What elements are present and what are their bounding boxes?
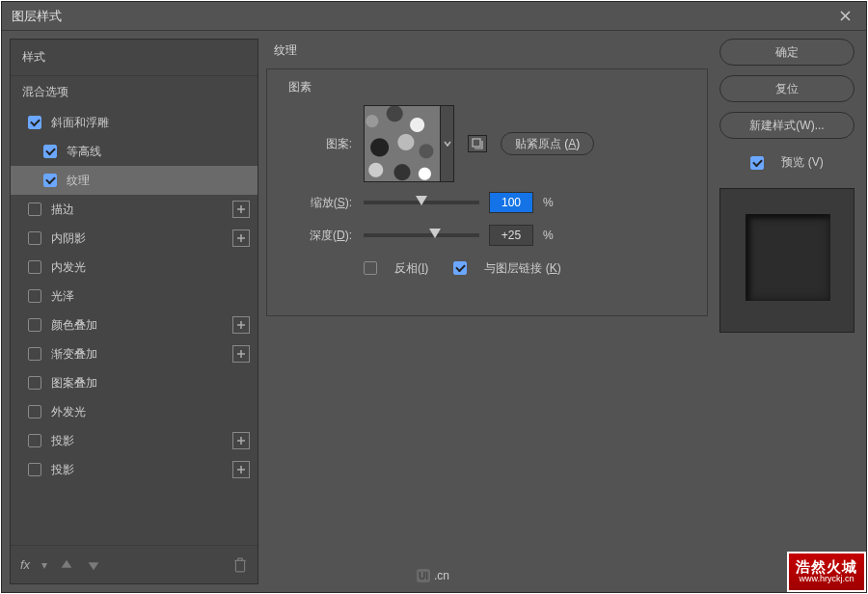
style-item-1[interactable]: 等高线 xyxy=(11,137,258,166)
preview-thumbnail xyxy=(719,188,854,333)
style-item-5[interactable]: 内发光 xyxy=(11,253,258,282)
add-effect-button[interactable] xyxy=(232,345,250,363)
pattern-picker[interactable] xyxy=(364,105,441,182)
add-effect-button[interactable] xyxy=(232,201,250,218)
style-sidebar: 样式 混合选项 斜面和浮雕等高线纹理描边内阴影内发光光泽颜色叠加渐变叠加图案叠加… xyxy=(10,39,258,584)
checkbox-icon[interactable] xyxy=(28,202,41,216)
settings-panel: 纹理 图素 图案: 贴紧原点 (A) 缩放 xyxy=(266,39,708,584)
style-item-6[interactable]: 光泽 xyxy=(11,282,258,310)
checkbox-icon[interactable] xyxy=(43,174,57,187)
style-item-label: 投影 xyxy=(51,433,229,449)
slider-thumb-icon xyxy=(429,229,441,238)
style-item-label: 描边 xyxy=(51,202,229,218)
plus-icon xyxy=(236,233,246,243)
scale-input[interactable]: 100 xyxy=(489,192,533,213)
section-title: 纹理 xyxy=(266,39,708,63)
style-item-7[interactable]: 颜色叠加 xyxy=(11,310,258,339)
checkbox-icon[interactable] xyxy=(28,463,41,476)
checkbox-icon xyxy=(750,156,764,170)
pattern-label: 图案: xyxy=(285,136,352,152)
checkbox-icon[interactable] xyxy=(28,260,41,274)
plus-icon xyxy=(236,204,246,214)
create-pattern-button[interactable] xyxy=(468,135,487,152)
depth-input[interactable]: +25 xyxy=(489,225,533,246)
checkbox-icon[interactable] xyxy=(43,145,57,158)
link-layer-checkbox[interactable]: 与图层链接 (K) xyxy=(453,260,560,277)
checkbox-icon[interactable] xyxy=(28,405,41,418)
checkbox-icon[interactable] xyxy=(28,116,41,129)
style-item-label: 内发光 xyxy=(51,259,250,276)
style-item-label: 光泽 xyxy=(51,288,250,305)
plus-icon xyxy=(236,465,246,474)
style-item-10[interactable]: 外发光 xyxy=(11,397,258,426)
slider-thumb-icon xyxy=(416,196,427,205)
checkbox-icon xyxy=(453,261,467,275)
chevron-down-icon xyxy=(444,140,451,148)
new-pattern-icon xyxy=(472,138,483,149)
styles-header[interactable]: 样式 xyxy=(11,40,258,76)
style-item-label: 图案叠加 xyxy=(51,375,250,392)
blend-options-header[interactable]: 混合选项 xyxy=(11,76,258,108)
style-list: 斜面和浮雕等高线纹理描边内阴影内发光光泽颜色叠加渐变叠加图案叠加外发光投影投影 xyxy=(11,108,258,545)
reset-button[interactable]: 复位 xyxy=(719,75,854,102)
style-item-12[interactable]: 投影 xyxy=(11,455,258,484)
dialog-title: 图层样式 xyxy=(12,8,833,25)
style-item-9[interactable]: 图案叠加 xyxy=(11,368,258,397)
plus-icon xyxy=(236,436,246,446)
depth-label: 深度(D): xyxy=(285,228,352,244)
action-column: 确定 复位 新建样式(W)... 预览 (V) xyxy=(716,39,858,584)
close-icon xyxy=(840,11,851,21)
add-effect-button[interactable] xyxy=(232,230,250,247)
snap-origin-button[interactable]: 贴紧原点 (A) xyxy=(501,132,594,155)
style-item-11[interactable]: 投影 xyxy=(11,426,258,455)
ui-cn-watermark: UI.cn xyxy=(417,569,449,582)
close-button[interactable] xyxy=(833,5,856,28)
trash-icon[interactable] xyxy=(232,557,248,573)
style-item-0[interactable]: 斜面和浮雕 xyxy=(11,108,258,137)
preview-checkbox[interactable]: 预览 (V) xyxy=(750,154,823,171)
pattern-dropdown[interactable] xyxy=(441,105,454,182)
plus-icon xyxy=(236,320,246,330)
add-effect-button[interactable] xyxy=(232,432,250,449)
add-effect-button[interactable] xyxy=(232,461,250,478)
depth-slider[interactable] xyxy=(364,233,479,237)
style-item-label: 斜面和浮雕 xyxy=(51,115,250,131)
style-item-label: 外发光 xyxy=(51,404,250,420)
sidebar-footer: fx ▾ xyxy=(11,545,258,583)
checkbox-icon[interactable] xyxy=(28,434,41,447)
ok-button[interactable]: 确定 xyxy=(719,39,854,66)
style-item-label: 投影 xyxy=(51,462,229,478)
scale-slider[interactable] xyxy=(364,201,479,204)
checkbox-icon[interactable] xyxy=(28,289,41,303)
style-item-label: 内阴影 xyxy=(51,230,229,247)
checkbox-icon[interactable] xyxy=(28,376,41,390)
new-style-button[interactable]: 新建样式(W)... xyxy=(719,112,854,139)
checkbox-icon[interactable] xyxy=(28,231,41,245)
scale-unit: % xyxy=(543,196,554,209)
plus-icon xyxy=(236,349,246,359)
texture-panel: 图素 图案: 贴紧原点 (A) 缩放(S): xyxy=(266,68,708,316)
style-item-label: 等高线 xyxy=(67,144,250,160)
style-item-label: 渐变叠加 xyxy=(51,346,229,363)
checkbox-icon xyxy=(364,261,377,275)
camo-pattern-thumb xyxy=(365,106,440,181)
style-item-4[interactable]: 内阴影 xyxy=(11,224,258,253)
style-item-2[interactable]: 纹理 xyxy=(11,166,258,195)
add-effect-button[interactable] xyxy=(232,316,250,334)
svg-rect-0 xyxy=(473,139,480,147)
arrow-up-icon[interactable] xyxy=(59,557,74,573)
titlebar: 图层样式 xyxy=(2,2,866,31)
depth-unit: % xyxy=(543,229,554,242)
style-item-3[interactable]: 描边 xyxy=(11,195,258,224)
arrow-down-icon[interactable] xyxy=(86,557,101,573)
style-item-8[interactable]: 渐变叠加 xyxy=(11,339,258,368)
layer-style-dialog: 图层样式 样式 混合选项 斜面和浮雕等高线纹理描边内阴影内发光光泽颜色叠加渐变叠… xyxy=(1,1,867,593)
scale-label: 缩放(S): xyxy=(285,195,352,211)
checkbox-icon[interactable] xyxy=(28,347,41,361)
invert-checkbox[interactable]: 反相(I) xyxy=(364,260,428,277)
style-item-label: 纹理 xyxy=(67,173,250,189)
fx-menu[interactable]: fx xyxy=(20,557,30,572)
checkbox-icon[interactable] xyxy=(28,318,41,332)
subsection-title: 图素 xyxy=(288,79,693,95)
brand-watermark: 浩然火城 www.hryckj.cn xyxy=(787,552,866,592)
